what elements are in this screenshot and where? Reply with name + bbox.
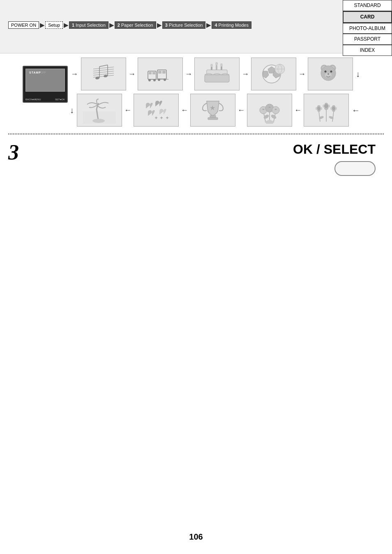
svg-point-77 [332,107,335,110]
stamp-back-label: BACK●MENU [25,98,41,101]
svg-point-26 [220,63,223,67]
ok-select-label: OK / SELECT [293,142,376,157]
image-music[interactable] [81,58,126,90]
workflow-arrow-4: ▶ [206,22,211,28]
image-grid: → → [70,58,384,129]
svg-line-1 [93,69,114,71]
menu-photo-album[interactable]: PHOTO-ALBUM [343,23,392,34]
svg-line-0 [93,67,114,69]
image-bear[interactable] [308,58,353,90]
stamp-off-label: OFF [40,71,46,74]
row2-end-arrow: ← [352,106,360,115]
step-instruction: OK / SELECT [27,142,376,176]
row2-arrow-4: ← [294,106,302,115]
svg-line-4 [93,75,114,77]
row1-end-arrow: ↓ [356,69,360,79]
svg-rect-48 [208,118,218,120]
svg-point-45 [92,119,105,123]
row2-arrow-2: ← [181,106,188,115]
bear-icon [314,61,347,88]
image-roses[interactable] [247,94,292,127]
svg-rect-47 [210,115,216,118]
workflow-power-on-label: POWER ON [8,21,39,29]
workflow-setup-label: Setup [45,21,63,29]
step-number: 3 [8,142,19,163]
workflow-step1-box: 1 Input Selection [69,21,108,29]
page-number: 106 [189,532,203,542]
svg-rect-28 [205,75,229,82]
image-trophy[interactable]: ★ [190,94,235,127]
svg-text:★: ★ [210,104,215,111]
svg-text:✦ ✦ ✦: ✦ ✦ ✦ [154,115,169,121]
svg-line-60 [332,111,334,122]
image-hearts[interactable]: ✦ ✦ ✦ [134,94,179,127]
workflow-step2-box: 2 Paper Selection [115,21,156,29]
workflow-arrow-2: ▶ [109,22,114,28]
workflow-picture: 3 Picture Selection ▶ [162,21,211,29]
palm-icon [83,97,116,124]
row1-start-arrow: → [71,70,78,78]
trophy-icon: ★ [196,97,229,124]
svg-rect-17 [162,71,166,74]
svg-point-43 [327,73,329,75]
svg-point-40 [325,70,327,72]
svg-line-2 [93,71,114,73]
workflow-step4-box: 4 Printing Modes [212,21,251,29]
workflow-arrow-0: ▶ [40,22,44,28]
svg-rect-16 [158,71,161,74]
workflow-arrow-1: ▶ [64,22,68,28]
row2-arrow-1: ← [124,106,131,115]
workflow-input: 1 Input Selection ▶ [69,21,114,29]
menu-passport[interactable]: PASSPORT [343,34,392,45]
main-content: STAMP OFF BACK●MENU SET●OK → [0,53,392,554]
image-row-2: ↓ ← [70,94,384,127]
roses-icon [253,97,286,124]
menu-card[interactable]: CARD [343,11,392,23]
dotted-divider [8,134,384,134]
image-palm[interactable] [77,94,122,127]
image-train[interactable] [138,58,183,90]
row1-arrow-2: → [185,70,192,78]
workflow-breadcrumb: POWER ON ▶ Setup ▶ 1 Input Selection ▶ 2… [8,21,251,29]
row1-arrow-1: → [128,70,136,78]
ok-button[interactable] [334,161,376,176]
flowers-icon [310,97,343,124]
svg-point-18 [158,78,160,81]
stamp-device: STAMP OFF BACK●MENU SET●OK [23,66,68,103]
menu-standard[interactable]: STANDARD [343,0,392,11]
workflow-paper: 2 Paper Selection ▶ [115,21,161,29]
svg-point-8 [104,74,108,78]
stamp-label: STAMP [29,71,41,74]
image-flowers[interactable] [304,94,349,127]
svg-point-72 [324,104,328,108]
svg-point-25 [215,62,218,65]
svg-line-3 [93,73,114,75]
row1-arrow-3: → [242,70,249,78]
image-ball[interactable] [251,58,296,90]
svg-rect-12 [152,72,155,74]
image-cake[interactable] [194,58,240,90]
step-3-section: 3 OK / SELECT [8,142,384,176]
workflow-step3-box: 3 Picture Selection [162,21,206,29]
workflow-power-on: POWER ON ▶ [8,21,44,29]
svg-rect-11 [149,72,152,74]
stamp-device-screen: STAMP OFF [25,69,65,92]
svg-line-7 [99,65,108,67]
svg-rect-27 [207,70,227,75]
row2-start-arrow: ↓ [70,106,74,115]
cake-icon [201,61,233,88]
row2-arrow-3: ← [238,106,245,115]
ball-icon [257,61,290,88]
svg-point-67 [317,107,321,110]
hearts-icon: ✦ ✦ ✦ [140,97,173,124]
train-icon [144,61,177,88]
svg-point-24 [210,64,213,67]
stamp-set-label: SET●OK [55,98,65,101]
right-menu: STANDARD CARD PHOTO-ALBUM PASSPORT INDEX [343,0,392,56]
workflow-setup: Setup ▶ [45,21,68,29]
row1-arrow-4: → [298,70,306,78]
workflow-printing: 4 Printing Modes [212,21,251,29]
svg-point-41 [330,70,332,72]
svg-point-57 [272,106,279,114]
svg-point-54 [270,114,277,120]
